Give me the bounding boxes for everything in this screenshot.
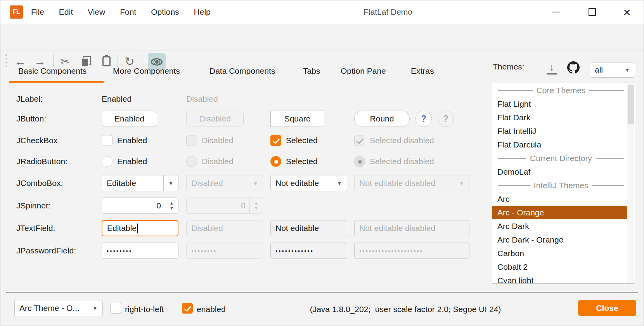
jtextfield-row-label: JTextField: xyxy=(16,224,102,233)
jspinner-row: JSpinner: 0▲▼ 0▲▼ xyxy=(16,194,486,217)
checkbox-selected-disabled-label: Selected disabled xyxy=(370,136,434,145)
minimize-icon xyxy=(552,12,560,13)
theme-group-separator: Core Themes xyxy=(492,83,628,97)
spinner-value[interactable]: 0 xyxy=(102,201,165,210)
enabled-label[interactable]: enabled xyxy=(197,292,226,326)
radio-selected-disabled-label: Selected disabled xyxy=(370,157,434,166)
menu-item-view[interactable]: View xyxy=(88,7,105,17)
basic-components-panel: JLabel: Enabled Disabled JButton: Enable… xyxy=(16,90,486,262)
theme-item[interactable]: Flat Dark xyxy=(492,111,628,124)
spinner-disabled-value: 0 xyxy=(187,201,249,210)
theme-item[interactable]: Flat Light xyxy=(492,97,628,111)
tab-option-pane[interactable]: Option Pane xyxy=(341,60,386,82)
chevron-down-icon: ▼ xyxy=(248,175,263,191)
passwordfield-enabled[interactable]: •••••••• xyxy=(102,243,178,259)
tabstrip: Basic Components More Components Data Co… xyxy=(9,60,483,82)
theme-item[interactable]: Arc Dark xyxy=(492,219,628,233)
minimize-button[interactable] xyxy=(545,0,568,24)
jbutton-row-label: JButton: xyxy=(16,114,102,123)
tab-extras[interactable]: Extras xyxy=(411,60,434,82)
textfield-not-editable[interactable]: Not editable xyxy=(270,220,347,236)
theme-item[interactable]: Cyan light xyxy=(492,274,628,284)
radio-selected[interactable] xyxy=(270,156,281,167)
text-caret xyxy=(137,224,138,233)
textfield-disabled: Disabled xyxy=(186,220,263,236)
spinner-enabled[interactable]: 0▲▼ xyxy=(102,198,178,214)
themes-label: Themes: xyxy=(493,62,525,71)
app-logo-icon: FL xyxy=(10,5,23,19)
textfield-editable-value: Editable xyxy=(107,224,137,233)
theme-item[interactable]: Cobalt 2 xyxy=(492,260,628,274)
menu-item-edit[interactable]: Edit xyxy=(59,7,73,17)
combobox-not-editable[interactable]: Not editable▼ xyxy=(270,175,347,191)
close-button[interactable]: Close xyxy=(578,300,636,316)
menu-item-font[interactable]: Font xyxy=(120,7,136,17)
jradiobutton-row: JRadioButton: Enabled Disabled Selected … xyxy=(16,151,486,172)
tab-tabs[interactable]: Tabs xyxy=(303,60,320,82)
chevron-down-icon[interactable]: ▼ xyxy=(620,62,635,77)
jcombobox-row-label: JComboBox: xyxy=(16,179,102,188)
theme-item[interactable]: Flat Darcula xyxy=(492,138,628,151)
right-to-left-checkbox[interactable] xyxy=(110,303,121,314)
chevron-down-icon[interactable]: ▼ xyxy=(88,300,102,316)
theme-filter-combo[interactable]: all▼ xyxy=(590,62,635,78)
jlabel-row-label: JLabel: xyxy=(16,94,102,104)
theme-item[interactable]: Arc Dark - Orange xyxy=(492,233,628,246)
radio-disabled-label: Disabled xyxy=(202,157,234,166)
themes-scrollbar-thumb[interactable] xyxy=(628,85,634,124)
download-themes-button[interactable]: ↓ xyxy=(546,63,557,75)
lookandfeel-combo-value: Arc Theme - O... xyxy=(19,303,80,313)
themes-scrollbar[interactable] xyxy=(627,83,634,284)
combobox-not-editable-disabled-value: Not editable disabled xyxy=(359,179,435,188)
help-button[interactable]: ? xyxy=(415,111,432,127)
jtextfield-row: JTextField: Editable Disabled Not editab… xyxy=(16,217,486,239)
combobox-editable-value: Editable xyxy=(107,179,136,188)
lookandfeel-combo[interactable]: Arc Theme - O...▼ xyxy=(14,300,103,316)
password-dots: •••••••••••• xyxy=(275,248,314,254)
download-icon-bar xyxy=(547,73,557,75)
menu-item-help[interactable]: Help xyxy=(194,7,211,17)
tab-basic-components[interactable]: Basic Components xyxy=(18,60,87,82)
combobox-editable[interactable]: Editable▼ xyxy=(102,175,178,191)
maximize-icon xyxy=(589,8,596,16)
radio-enabled[interactable] xyxy=(102,156,113,167)
jlabel-disabled: Disabled xyxy=(186,94,270,104)
close-window-button[interactable]: × xyxy=(615,0,639,24)
theme-item[interactable]: DemoLaf xyxy=(492,165,628,179)
toolbar-grip[interactable] xyxy=(5,54,7,67)
maximize-button[interactable] xyxy=(580,0,604,24)
jcheckbox-row-label: JCheckBox xyxy=(16,136,102,145)
help-button-disabled: ? xyxy=(438,111,454,127)
spinner-up-down-icons: ▲▼ xyxy=(249,198,263,213)
enabled-button[interactable]: Enabled xyxy=(102,111,157,127)
chevron-down-icon[interactable]: ▼ xyxy=(163,175,178,191)
checkbox-selected[interactable] xyxy=(270,135,281,146)
enabled-checkbox[interactable] xyxy=(182,303,193,314)
passwordfield-not-editable[interactable]: •••••••••••• xyxy=(270,243,347,259)
menu-item-options[interactable]: Options xyxy=(151,7,179,17)
tab-data-components[interactable]: Data Components xyxy=(209,60,275,82)
textfield-not-editable-disabled-value: Not editable disabled xyxy=(359,224,435,233)
checkbox-enabled[interactable] xyxy=(102,135,113,146)
theme-item[interactable]: Arc xyxy=(492,192,628,206)
jbutton-row: JButton: Enabled Disabled Square Round ?… xyxy=(16,108,486,130)
radio-enabled-label: Enabled xyxy=(117,157,147,166)
theme-item-selected[interactable]: Arc - Orange xyxy=(492,206,628,219)
spinner-up-down-icons[interactable]: ▲▼ xyxy=(165,198,178,213)
square-button[interactable]: Square xyxy=(270,111,324,127)
github-button[interactable] xyxy=(567,61,580,74)
titlebar: FL File Edit View Font Options Help Flat… xyxy=(0,0,644,24)
menu-item-file[interactable]: File xyxy=(31,7,44,17)
checkbox-disabled xyxy=(186,135,197,146)
textfield-editable[interactable]: Editable xyxy=(102,220,178,236)
status-info: (Java 1.8.0_202; user scale factor 2.0; … xyxy=(301,292,510,326)
round-button[interactable]: Round xyxy=(354,111,410,127)
radio-selected-disabled xyxy=(354,156,365,167)
right-to-left-label[interactable]: right-to-left xyxy=(125,292,164,326)
theme-group-separator: Current Directory xyxy=(492,151,628,165)
tab-more-components[interactable]: More Components xyxy=(113,60,180,82)
theme-item[interactable]: Carbon xyxy=(492,246,628,260)
textfield-disabled-value: Disabled xyxy=(191,224,223,233)
chevron-down-icon[interactable]: ▼ xyxy=(332,175,347,191)
theme-item[interactable]: Flat IntelliJ xyxy=(492,124,628,138)
